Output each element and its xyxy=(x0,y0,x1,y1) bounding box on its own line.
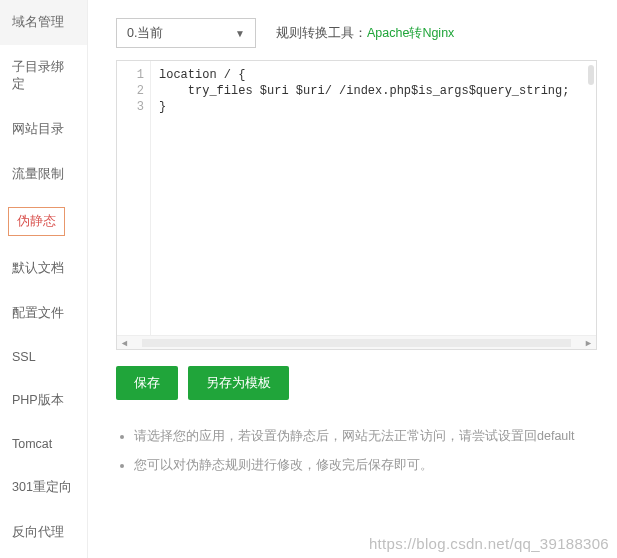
sidebar-item-tomcat[interactable]: Tomcat xyxy=(0,423,87,465)
sidebar-item-defaultdoc[interactable]: 默认文档 xyxy=(0,246,87,291)
tips-list: 请选择您的应用，若设置伪静态后，网站无法正常访问，请尝试设置回default 您… xyxy=(116,422,597,480)
template-select-value: 0.当前 xyxy=(127,25,163,42)
save-as-template-button[interactable]: 另存为模板 xyxy=(188,366,289,400)
sidebar: 域名管理 子目录绑定 网站目录 流量限制 伪静态 默认文档 配置文件 SSL P… xyxy=(0,0,88,558)
main-panel: 0.当前 ▼ 规则转换工具：Apache转Nginx 1 2 3 locatio… xyxy=(88,0,617,558)
sidebar-item-proxy[interactable]: 反向代理 xyxy=(0,510,87,555)
sidebar-item-php[interactable]: PHP版本 xyxy=(0,378,87,423)
line-number: 2 xyxy=(117,83,144,99)
tip-item: 请选择您的应用，若设置伪静态后，网站无法正常访问，请尝试设置回default xyxy=(134,422,597,451)
watermark: https://blog.csdn.net/qq_39188306 xyxy=(369,535,609,552)
tool-label: 规则转换工具：Apache转Nginx xyxy=(276,25,454,42)
sidebar-item-ssl[interactable]: SSL xyxy=(0,336,87,378)
sidebar-item-pseudostatic[interactable]: 伪静态 xyxy=(8,207,65,236)
line-number: 3 xyxy=(117,99,144,115)
sidebar-item-301[interactable]: 301重定向 xyxy=(0,465,87,510)
sidebar-item-sitedir[interactable]: 网站目录 xyxy=(0,107,87,152)
editor-gutter: 1 2 3 xyxy=(117,61,151,335)
sidebar-item-traffic[interactable]: 流量限制 xyxy=(0,152,87,197)
code-editor[interactable]: 1 2 3 location / { try_files $uri $uri/ … xyxy=(116,60,597,350)
line-number: 1 xyxy=(117,67,144,83)
tip-item: 您可以对伪静态规则进行修改，修改完后保存即可。 xyxy=(134,451,597,480)
save-button[interactable]: 保存 xyxy=(116,366,178,400)
editor-content[interactable]: location / { try_files $uri $uri/ /index… xyxy=(151,61,596,335)
apache-to-nginx-link[interactable]: Apache转Nginx xyxy=(367,26,454,40)
sidebar-item-domain[interactable]: 域名管理 xyxy=(0,0,87,45)
vertical-scrollbar[interactable] xyxy=(588,65,594,85)
scroll-left-icon[interactable]: ◄ xyxy=(117,338,132,348)
chevron-down-icon: ▼ xyxy=(235,28,245,39)
sidebar-item-subdir[interactable]: 子目录绑定 xyxy=(0,45,87,107)
scrollbar-track[interactable] xyxy=(142,339,571,347)
template-select[interactable]: 0.当前 ▼ xyxy=(116,18,256,48)
horizontal-scrollbar[interactable]: ◄ ► xyxy=(117,335,596,349)
scroll-right-icon[interactable]: ► xyxy=(581,338,596,348)
sidebar-item-config[interactable]: 配置文件 xyxy=(0,291,87,336)
